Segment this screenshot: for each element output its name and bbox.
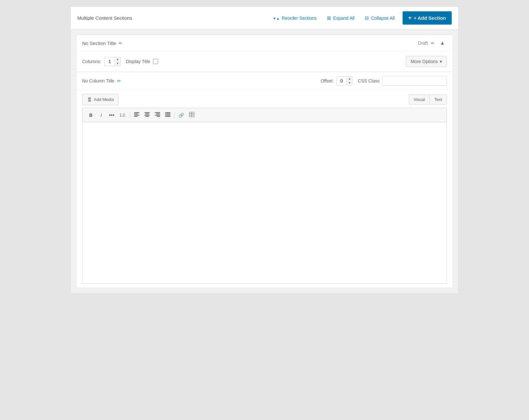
collapse-all-icon: ⊟: [365, 15, 369, 21]
table-icon: [189, 112, 194, 118]
css-class-area: CSS Class: [358, 76, 447, 86]
offset-input[interactable]: [337, 77, 346, 85]
svg-rect-10: [155, 115, 160, 116]
toolbar-divider-2: [174, 112, 175, 118]
offset-area: Offset: ▲ ▼: [320, 76, 352, 85]
offset-arrows: ▲ ▼: [346, 77, 352, 85]
more-options-button[interactable]: More Options ▾: [406, 56, 447, 67]
collapse-all-button[interactable]: ⊟ Collapse All: [362, 14, 397, 22]
unordered-list-icon: •••: [109, 112, 114, 118]
align-justify-button[interactable]: [163, 111, 172, 119]
css-class-input[interactable]: [382, 76, 447, 86]
unordered-list-button[interactable]: •••: [107, 111, 116, 119]
plus-icon: +: [408, 15, 412, 21]
table-button[interactable]: [187, 111, 196, 119]
ordered-list-button[interactable]: 1.2.: [118, 112, 128, 119]
columns-decrement-button[interactable]: ▼: [115, 61, 120, 66]
align-left-icon: [134, 112, 139, 118]
svg-rect-13: [165, 114, 170, 114]
section-collapse-button[interactable]: ▲: [438, 39, 447, 47]
column-controls: Offset: ▲ ▼ CSS Class: [320, 76, 447, 86]
align-right-icon: [155, 112, 160, 118]
bold-button[interactable]: B: [86, 111, 95, 119]
column-title-edit-icon[interactable]: ✏: [117, 78, 121, 83]
spinner-arrows: ▲ ▼: [114, 57, 120, 66]
chevron-up-icon: ▲: [440, 40, 445, 46]
align-justify-icon: [165, 112, 170, 118]
css-class-label: CSS Class: [358, 78, 380, 83]
section-header: No Section Title ✏ Draft ✏ ▲: [76, 35, 453, 51]
section-status-area: Draft ✏ ▲: [418, 39, 447, 47]
offset-decrement-button[interactable]: ▼: [347, 81, 352, 85]
svg-rect-7: [146, 116, 149, 117]
offset-label: Offset:: [320, 78, 334, 83]
svg-rect-11: [157, 116, 160, 117]
sections-wrapper: No Section Title ✏ Draft ✏ ▲ Columns:: [70, 29, 459, 293]
editor-toolbar-top: 🎛 Add Media Visual Text: [82, 94, 447, 105]
link-button[interactable]: 🔗: [177, 111, 186, 119]
editor-content[interactable]: [82, 122, 447, 284]
header-title: Multiple Content Sections: [77, 15, 132, 21]
media-icon: 🎛: [87, 97, 92, 102]
svg-rect-2: [134, 115, 139, 116]
toolbar-divider: [130, 112, 130, 118]
display-title-checkbox[interactable]: [153, 59, 158, 64]
section-title-edit-icon[interactable]: ✏: [119, 41, 122, 46]
align-center-button[interactable]: [143, 111, 152, 119]
columns-display-area: Columns: ▲ ▼ Display Title: [82, 57, 158, 66]
columns-label: Columns:: [82, 59, 101, 64]
columns-spinner: ▲ ▼: [104, 57, 121, 66]
offset-increment-button[interactable]: ▲: [347, 77, 352, 81]
add-media-button[interactable]: 🎛 Add Media: [82, 94, 119, 105]
columns-increment-button[interactable]: ▲: [115, 57, 120, 61]
offset-spinner: ▲ ▼: [336, 76, 352, 85]
display-title-area: Display Title: [126, 59, 158, 64]
column-title: No Column Title: [82, 78, 114, 83]
svg-rect-14: [165, 115, 170, 116]
svg-rect-12: [165, 112, 170, 113]
italic-button[interactable]: I: [97, 111, 106, 119]
column-title-area: No Column Title ✏: [82, 78, 121, 83]
svg-rect-4: [145, 112, 150, 113]
header-actions: Reorder Sections ⊞ Expand All ⊟ Collapse…: [270, 11, 452, 25]
svg-rect-15: [165, 116, 170, 117]
svg-rect-3: [134, 116, 137, 117]
chevron-down-icon: ▾: [440, 59, 442, 64]
section-card: No Section Title ✏ Draft ✏ ▲ Columns:: [76, 35, 453, 288]
reorder-sections-button[interactable]: Reorder Sections: [270, 14, 319, 22]
editor-area: 🎛 Add Media Visual Text: [76, 90, 453, 288]
section-status-edit-icon[interactable]: ✏: [431, 41, 435, 46]
editor-format-bar: B I ••• 1.2.: [82, 108, 447, 122]
main-container: Multiple Content Sections Reorder Sectio…: [70, 6, 459, 293]
columns-area: Columns: ▲ ▼: [82, 57, 121, 66]
section-status-label: Draft: [418, 40, 428, 46]
text-tab-button[interactable]: Text: [429, 94, 447, 105]
reorder-icon: [273, 16, 280, 21]
expand-all-button[interactable]: ⊞ Expand All: [324, 14, 357, 22]
align-left-button[interactable]: [132, 111, 141, 119]
add-section-button[interactable]: + + Add Section: [403, 11, 452, 25]
section-title-area: No Section Title ✏: [82, 40, 122, 46]
expand-icon: ⊞: [327, 15, 331, 21]
section-title: No Section Title: [82, 40, 116, 46]
columns-input[interactable]: [105, 58, 114, 65]
ordered-list-icon: 1.2.: [120, 113, 126, 117]
display-title-label: Display Title: [126, 59, 150, 64]
svg-rect-1: [134, 114, 138, 114]
svg-rect-8: [155, 112, 160, 113]
visual-text-tabs: Visual Text: [409, 94, 447, 105]
svg-rect-9: [156, 114, 160, 114]
svg-rect-6: [145, 115, 150, 116]
header-bar: Multiple Content Sections Reorder Sectio…: [70, 6, 459, 29]
align-right-button[interactable]: [153, 111, 162, 119]
svg-rect-0: [134, 112, 139, 113]
align-center-icon: [145, 112, 150, 118]
column-section: No Column Title ✏ Offset: ▲ ▼: [76, 72, 453, 288]
svg-rect-5: [145, 114, 149, 114]
section-options-row: Columns: ▲ ▼ Display Title: [76, 51, 453, 72]
column-header: No Column Title ✏ Offset: ▲ ▼: [76, 72, 453, 90]
link-icon: 🔗: [178, 113, 184, 118]
visual-tab-button[interactable]: Visual: [409, 94, 429, 105]
